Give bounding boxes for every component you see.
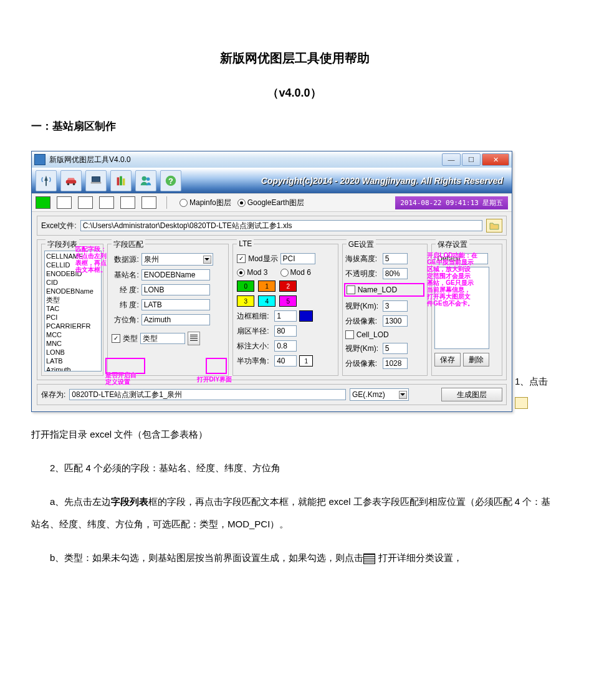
pix2-input[interactable]: 1028 (383, 358, 408, 369)
legend-lte: LTE (237, 239, 254, 248)
list-item[interactable]: CELLID (46, 261, 100, 269)
lon-label: 经 度: (112, 285, 139, 295)
radius-input[interactable]: 80 (274, 325, 297, 337)
tool-antenna-icon[interactable] (36, 170, 57, 191)
list-item[interactable]: LATB (46, 357, 100, 365)
view2-input[interactable]: 5 (383, 343, 408, 354)
tool-laptop-icon[interactable] (85, 170, 107, 191)
open-file-button[interactable] (486, 219, 502, 233)
doc-version: （v4.0.0） (31, 85, 558, 100)
grid-icon (190, 335, 198, 342)
list-item[interactable]: PCI (46, 313, 100, 322)
list-item[interactable]: MNC (46, 339, 100, 348)
folder-open-icon-inline (515, 397, 528, 409)
list-item[interactable]: 类型 (46, 295, 100, 304)
border-color[interactable] (299, 310, 313, 322)
excel-path-input[interactable]: C:\Users\Administrator\Desktop\0820TD-LT… (80, 220, 482, 231)
cell-lod-checkbox[interactable] (345, 330, 354, 339)
legend-ge: GE设置 (347, 239, 376, 250)
list-item[interactable]: CID (46, 278, 100, 287)
opa-input[interactable]: 80% (383, 268, 408, 279)
save-button[interactable]: 保存 (434, 353, 461, 367)
step1-text-a: 1、点击 (515, 371, 558, 412)
lblsize-input[interactable]: 0.8 (274, 340, 297, 352)
mod-color-1[interactable]: 1 (258, 280, 275, 292)
legend-save: 保存设置 (436, 239, 469, 250)
name-lod-label: Name_LOD (358, 285, 397, 294)
generate-button[interactable]: 生成图层 (441, 388, 502, 401)
swatch-1[interactable] (36, 196, 50, 209)
svg-point-2 (67, 183, 70, 186)
tool-books-icon[interactable] (110, 170, 132, 191)
pci-input[interactable]: PCI (280, 253, 315, 264)
app-icon (34, 154, 45, 165)
view2-label: 视野(Km): (345, 343, 380, 354)
az-label: 方位角: (112, 315, 139, 325)
src-label: 数据源: (112, 254, 139, 265)
tool-users-icon[interactable] (135, 170, 156, 191)
border-input[interactable]: 1 (274, 310, 297, 322)
view1-input[interactable]: 3 (383, 300, 408, 312)
swatch-5[interactable] (120, 196, 135, 209)
lat-input[interactable]: LATB (141, 299, 210, 310)
minimize-button[interactable]: — (442, 153, 461, 166)
list-item[interactable]: MCC (46, 330, 100, 339)
list-item[interactable]: CELLNAME (46, 252, 100, 261)
radio-mod3[interactable]: Mod 3 (237, 268, 267, 277)
halfang-idx[interactable]: 1 (299, 355, 313, 367)
type-input[interactable]: 类型 (140, 333, 185, 344)
bs-label: 基站名: (112, 270, 139, 280)
list-item[interactable]: LONB (46, 348, 100, 357)
svg-point-3 (73, 183, 75, 186)
radio-ge-label: GoogleEarth图层 (247, 198, 304, 208)
field-listbox[interactable]: CELLNAME CELLID ENODEBID CID ENODEBName … (44, 251, 102, 372)
close-button[interactable]: ✕ (482, 153, 509, 166)
src-combo[interactable]: 泉州 (141, 253, 213, 266)
name-lod-checkbox[interactable] (347, 285, 355, 294)
alt-input[interactable]: 5 (383, 253, 408, 264)
format-combo[interactable]: GE(.Kmz) (350, 388, 409, 401)
mod-color-5[interactable]: 5 (279, 295, 297, 307)
pix1-label: 分级像素: (345, 316, 380, 327)
radio-mod6[interactable]: Mod 6 (280, 268, 311, 277)
list-item[interactable]: PCARRIERFR (46, 322, 100, 330)
radio-googleearth[interactable]: GoogleEarth图层 (237, 198, 304, 208)
bs-input[interactable]: ENODEBName (141, 269, 210, 280)
mod-color-0[interactable]: 0 (237, 280, 254, 292)
mod-color-2[interactable]: 2 (279, 280, 297, 292)
lon-input[interactable]: LONB (141, 284, 210, 295)
swatch-4[interactable] (99, 196, 114, 209)
pix1-input[interactable]: 1300 (383, 315, 408, 327)
type-diy-button[interactable] (188, 332, 200, 345)
mod-color-4[interactable]: 4 (258, 295, 275, 307)
excel-file-row: Excel文件: C:\Users\Administrator\Desktop\… (37, 216, 507, 236)
maximize-button[interactable]: ☐ (462, 153, 481, 166)
mod-show-checkbox[interactable] (237, 254, 246, 263)
preset-listbox[interactable] (434, 267, 489, 349)
delete-button[interactable]: 删除 (463, 353, 489, 367)
swatch-6[interactable] (141, 196, 156, 209)
type-checkbox[interactable] (112, 334, 120, 343)
doc-title: 新版网优图层工具使用帮助 (31, 50, 558, 67)
cell-lod-label: Cell_LOD (357, 330, 389, 339)
list-item[interactable]: ENODEBID (46, 269, 100, 278)
alt-label: 海拔高度: (345, 254, 380, 264)
saveas-input[interactable]: 0820TD-LTE站点测试工参1_泉州 (69, 389, 346, 400)
list-item[interactable]: TAC (46, 304, 100, 313)
swatch-3[interactable] (78, 196, 93, 209)
annotation-box-1 (105, 358, 145, 374)
list-item[interactable]: ENODEBName (46, 287, 100, 295)
preset-name-input[interactable]: Default (434, 253, 488, 264)
mod-color-3[interactable]: 3 (237, 295, 254, 307)
svg-rect-7 (120, 176, 122, 186)
radio-mapinfo-label: Mapinfo图层 (189, 198, 231, 208)
radio-mapinfo[interactable]: Mapinfo图层 (180, 198, 231, 208)
group-lte: LTE Mod显示 PCI Mod 3 Mod 6 0 1 2 (232, 244, 338, 376)
tool-help-icon[interactable]: ? (160, 170, 181, 191)
toolbar: ? Copyright(c)2014 - 2020 Wangjinyang. A… (32, 168, 512, 193)
az-input[interactable]: Azimuth (141, 314, 210, 325)
tool-car-icon[interactable] (60, 170, 82, 191)
halfang-input[interactable]: 40 (274, 355, 297, 367)
list-item[interactable]: Azimuth (46, 365, 100, 372)
swatch-2[interactable] (57, 196, 72, 209)
